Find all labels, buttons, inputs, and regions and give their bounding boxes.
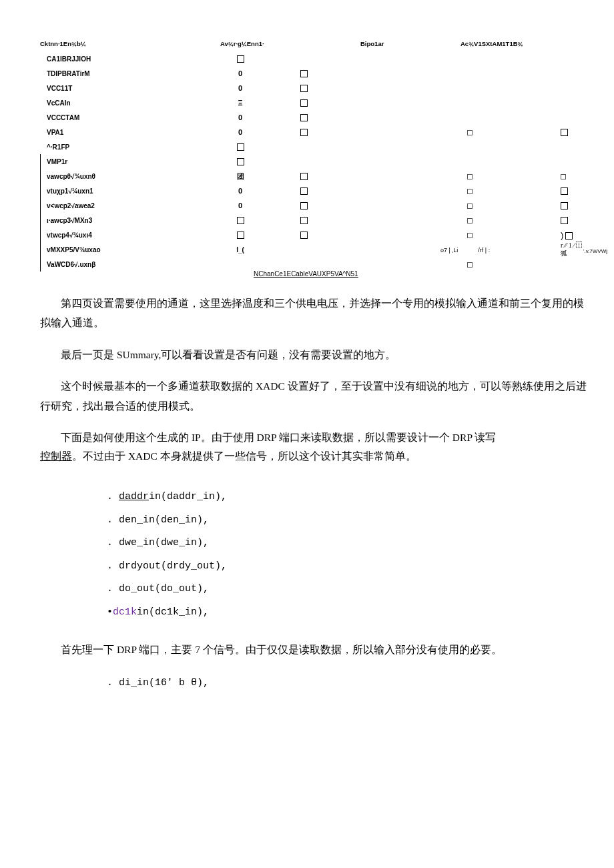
average-cell[interactable] bbox=[300, 69, 440, 77]
channel-label: vMXXP5/V¾uxao bbox=[40, 246, 180, 254]
checkbox-icon[interactable] bbox=[565, 232, 573, 240]
checkbox-icon[interactable] bbox=[300, 232, 308, 239]
checkbox-icon[interactable] bbox=[300, 202, 308, 209]
acq-cell[interactable]: ) bbox=[561, 230, 587, 240]
dclk-ident: dc1k bbox=[113, 606, 137, 618]
checkbox-icon[interactable] bbox=[300, 99, 308, 107]
enable-cell[interactable]: 0 bbox=[180, 84, 300, 92]
channel-label: ^·R1FP bbox=[40, 143, 180, 151]
checkbox-icon[interactable] bbox=[467, 174, 473, 179]
average-cell[interactable] bbox=[300, 84, 440, 92]
acq-cell[interactable] bbox=[561, 128, 587, 136]
bipolar-cell[interactable] bbox=[440, 232, 561, 239]
checkbox-icon[interactable] bbox=[467, 218, 473, 224]
table-row: VMP1r bbox=[40, 154, 587, 169]
enable-cell[interactable] bbox=[180, 216, 300, 224]
checkbox-icon[interactable] bbox=[561, 174, 566, 179]
average-cell[interactable] bbox=[300, 216, 440, 224]
checkbox-icon[interactable] bbox=[237, 55, 244, 63]
enable-cell[interactable]: 0 bbox=[180, 69, 300, 77]
table-row: CA1IBRJJIOH bbox=[40, 51, 587, 66]
enable-cell[interactable] bbox=[180, 55, 300, 63]
bipolar-cell[interactable] bbox=[440, 202, 561, 209]
paragraph-3: 这个时候最基本的一个多通道获取数据的 XADC 设置好了，至于设置中没有细说的地… bbox=[40, 376, 587, 416]
bipolar-cell[interactable]: о7 | ˌLi/rf | : bbox=[440, 246, 561, 254]
acq-cell[interactable] bbox=[561, 173, 587, 180]
channel-label: VPA1 bbox=[40, 129, 180, 136]
code-line-dclk: •dc1kin(dc1k_in), bbox=[107, 601, 587, 624]
channel-label: vtuχp1√¼uxn1 bbox=[40, 187, 180, 195]
acq-cell[interactable] bbox=[561, 201, 587, 209]
table-row: VaWCD6√.uxnβ bbox=[40, 257, 587, 272]
code-line-daddr: . daddrin(daddr_in), bbox=[107, 486, 587, 509]
average-cell[interactable] bbox=[300, 99, 440, 107]
code-line-drdy: . drdyout(drdy_out), bbox=[107, 555, 587, 578]
checkbox-icon[interactable] bbox=[561, 187, 568, 195]
checkbox-icon[interactable] bbox=[300, 85, 308, 92]
table-row: VPA10 bbox=[40, 125, 587, 139]
checkbox-icon[interactable] bbox=[300, 187, 308, 195]
average-cell[interactable] bbox=[300, 113, 440, 121]
checkbox-icon[interactable] bbox=[300, 129, 308, 136]
channel-label: VCC11T bbox=[40, 85, 180, 92]
checkbox-icon[interactable] bbox=[467, 130, 473, 135]
channel-label: ι·awcp3√MXn3 bbox=[40, 217, 180, 224]
enable-cell[interactable]: Ξ bbox=[180, 99, 300, 107]
bipolar-cell[interactable] bbox=[440, 173, 561, 180]
checkbox-icon[interactable] bbox=[467, 203, 473, 209]
checkbox-icon[interactable] bbox=[467, 233, 473, 238]
checkbox-icon[interactable] bbox=[300, 217, 308, 224]
hdr-enable: Cktnn·1En¾b¼ bbox=[40, 40, 220, 47]
table-row: VCC11T0 bbox=[40, 81, 587, 95]
controller-link[interactable]: 控制器 bbox=[40, 450, 72, 462]
average-cell[interactable] bbox=[300, 201, 440, 209]
checkbox-icon[interactable] bbox=[467, 262, 473, 268]
hdr-bipolar: Bipo1ar bbox=[360, 40, 460, 47]
table-row: v<wcp2√awea20 bbox=[40, 198, 587, 213]
bipolar-cell[interactable] bbox=[440, 129, 561, 136]
code-line-di: . di_in(16' b θ), bbox=[107, 672, 587, 695]
average-cell[interactable] bbox=[300, 172, 440, 180]
enable-cell[interactable] bbox=[180, 157, 300, 165]
bipolar-cell[interactable] bbox=[440, 261, 561, 268]
checkbox-icon[interactable] bbox=[237, 158, 244, 165]
checkbox-icon[interactable] bbox=[237, 217, 244, 224]
enable-cell[interactable]: 0 bbox=[180, 201, 300, 209]
p4-part-a: 下面是如何使用这个生成的 IP。由于使用 DRP 端口来读取数据，所以需要设计一… bbox=[61, 432, 496, 443]
channel-label: v<wcp2√awea2 bbox=[40, 202, 180, 209]
average-cell[interactable] bbox=[300, 128, 440, 136]
average-cell[interactable] bbox=[300, 187, 440, 195]
table-row: VcCAInΞ bbox=[40, 95, 587, 110]
enable-cell[interactable]: I_( bbox=[180, 246, 300, 254]
paragraph-4-cont: 控制器。不过由于 XADC 本身就提供了一些信号，所以这个设计其实非常简单。 bbox=[40, 446, 587, 466]
checkbox-icon[interactable] bbox=[237, 143, 244, 151]
enable-cell[interactable]: 0 bbox=[180, 128, 300, 136]
checkbox-icon[interactable] bbox=[237, 232, 244, 239]
checkbox-icon[interactable] bbox=[561, 129, 568, 136]
enable-cell[interactable] bbox=[180, 143, 300, 151]
checkbox-icon[interactable] bbox=[561, 217, 568, 224]
channel-label: VMP1r bbox=[40, 158, 180, 165]
table-row: TDIPBRATirM0 bbox=[40, 66, 587, 81]
checkbox-icon[interactable] bbox=[467, 189, 473, 194]
checkbox-icon[interactable] bbox=[561, 202, 568, 209]
checkbox-icon[interactable] bbox=[300, 173, 308, 180]
enable-cell[interactable] bbox=[180, 231, 300, 239]
enable-cell[interactable]: 0 bbox=[180, 187, 300, 195]
acq-cell[interactable] bbox=[561, 187, 587, 195]
hdr-acq: Ac¾V1SXtAM1T1B¾ bbox=[460, 40, 587, 47]
acq-cell[interactable]: r ∕∕ 1 ∕ ⿰狐'.v.7WVWj bbox=[561, 242, 587, 258]
bipolar-cell[interactable] bbox=[440, 187, 561, 195]
bipolar-cell[interactable] bbox=[440, 217, 561, 224]
channel-label: VCCCTAM bbox=[40, 114, 180, 121]
table-row: ι·awcp3√MXn3 bbox=[40, 213, 587, 228]
enable-cell[interactable]: 0 bbox=[180, 113, 300, 121]
daddr-ident: daddr bbox=[119, 491, 149, 502]
acq-cell[interactable] bbox=[561, 216, 587, 224]
checkbox-icon[interactable] bbox=[300, 70, 308, 77]
enable-cell[interactable]: 团 bbox=[180, 171, 300, 181]
average-cell[interactable] bbox=[300, 231, 440, 239]
channel-label: VcCAIn bbox=[40, 99, 180, 107]
checkbox-icon[interactable] bbox=[300, 114, 308, 121]
channel-config-table: Cktnn·1En¾b¼ Av¾r·g¼Enn1· Bipo1ar Ac¾V1S… bbox=[40, 40, 587, 278]
